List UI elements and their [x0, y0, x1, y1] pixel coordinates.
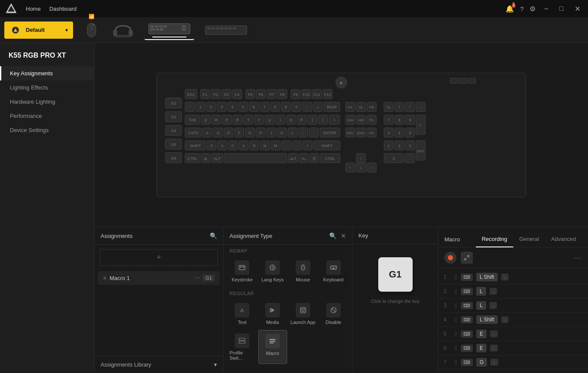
type-macro[interactable]: Macro	[258, 330, 287, 364]
nav-home[interactable]: Home	[26, 6, 41, 12]
row-direction-icon: ↓	[490, 302, 497, 309]
add-assignment-button[interactable]: +	[100, 249, 218, 266]
type-mouse[interactable]: Mouse	[289, 257, 318, 286]
row-drag-handle[interactable]: ⣿	[454, 289, 457, 294]
row-drag-handle[interactable]: ⣿	[454, 345, 457, 351]
row-drag-handle[interactable]: ⣿	[454, 331, 457, 337]
keystroke-label: Keystroke	[232, 277, 253, 282]
sidebar-item-lighting-effects[interactable]: Lighting Effects	[0, 80, 94, 95]
svg-rect-13	[163, 25, 167, 28]
row-key-label: G	[476, 358, 487, 367]
sidebar-item-hardware-lighting[interactable]: Hardware Lighting	[0, 95, 94, 109]
svg-rect-17	[182, 25, 186, 28]
type-keyboard[interactable]: Keyboard	[319, 257, 348, 286]
svg-text:TAB: TAB	[189, 118, 196, 122]
notification-bell[interactable]: 🔔 1	[505, 5, 514, 13]
device-keyboard-alt[interactable]	[201, 22, 251, 39]
help-icon[interactable]: ?	[520, 5, 524, 12]
svg-text:↑: ↑	[360, 156, 362, 160]
row-drag-handle[interactable]: ⣿	[454, 317, 457, 323]
type-disable[interactable]: Disable	[319, 299, 348, 328]
sidebar-item-device-settings[interactable]: Device Settings	[0, 123, 94, 137]
macro-row: 1 ⣿ ⌨ L Shift ↓	[438, 270, 588, 284]
svg-rect-259	[333, 267, 334, 268]
assignment-more-icon[interactable]: ⋯	[194, 274, 200, 281]
macro-tab-recording[interactable]: Recording	[476, 231, 513, 247]
svg-rect-10	[150, 25, 154, 28]
regular-type-grid: A Text Media Launch App	[224, 298, 352, 366]
remap-type-grid: Keystroke Lang Keys Mouse	[224, 255, 352, 287]
svg-line-270	[332, 308, 335, 312]
assignment-type-search-icon[interactable]: 🔍	[329, 232, 337, 239]
device-mouse[interactable]: 📶	[82, 18, 101, 42]
svg-text:F1: F1	[203, 92, 207, 96]
svg-text:G2: G2	[171, 101, 176, 105]
bottom-panels: Assignments 🔍 + ≡ Macro 1 ⋯ G1 Assignmen…	[95, 227, 588, 373]
type-launch-app[interactable]: Launch App	[289, 299, 318, 328]
settings-icon[interactable]: ⚙	[530, 5, 536, 13]
assignments-library[interactable]: Assignments Library ▾	[95, 356, 223, 373]
titlebar-left: Home Dashboard	[5, 3, 77, 15]
minimize-button[interactable]: –	[542, 4, 551, 13]
svg-rect-31	[459, 78, 467, 83]
svg-text:F8: F8	[280, 92, 285, 96]
nav-dashboard[interactable]: Dashboard	[49, 6, 77, 12]
media-type-icon	[265, 303, 280, 318]
svg-text:F3: F3	[224, 92, 229, 96]
sidebar-item-performance[interactable]: Performance	[0, 109, 94, 123]
keyboard-svg: ✦ G2 G3 G4 G5 G6	[157, 73, 526, 197]
svg-text:5: 5	[242, 105, 244, 109]
svg-text:3: 3	[409, 143, 411, 148]
record-button[interactable]	[444, 252, 456, 264]
row-drag-handle[interactable]: ⣿	[454, 360, 457, 365]
type-keystroke[interactable]: Keystroke	[228, 257, 257, 286]
maximize-button[interactable]: □	[557, 4, 566, 13]
keyboard-type-icon	[326, 260, 341, 275]
expand-button[interactable]	[461, 252, 473, 264]
assignment-type-close-icon[interactable]: ✕	[341, 232, 346, 239]
row-keyboard-icon: ⌨	[461, 302, 473, 309]
macro-more-options[interactable]: ⋯	[573, 253, 582, 262]
svg-rect-275	[270, 342, 274, 343]
svg-rect-8	[115, 35, 131, 37]
svg-marker-263	[271, 308, 275, 312]
row-drag-handle[interactable]: ⣿	[454, 303, 457, 308]
profile-selector[interactable]: Default ▾	[4, 22, 73, 39]
assignments-search-icon[interactable]: 🔍	[210, 232, 217, 239]
svg-text:7: 7	[263, 105, 266, 109]
device-keyboard-main[interactable]	[144, 20, 194, 40]
row-number: 6	[444, 345, 450, 351]
svg-rect-260	[335, 267, 336, 268]
close-button[interactable]: ✕	[572, 4, 583, 14]
type-text[interactable]: A Text	[228, 299, 257, 328]
svg-text:D: D	[227, 131, 230, 135]
svg-text:0: 0	[393, 156, 395, 160]
svg-text:.: .	[296, 143, 297, 148]
row-drag-handle[interactable]: ⣿	[454, 274, 457, 280]
type-media[interactable]: Media	[258, 299, 287, 328]
sidebar-item-key-assignments[interactable]: Key Assignments	[0, 66, 94, 80]
svg-text:]: ]	[322, 118, 323, 122]
type-profile-switch[interactable]: Profile Swit...	[228, 330, 257, 364]
macro-tab-general[interactable]: General	[513, 231, 545, 247]
assignment-item-macro1[interactable]: ≡ Macro 1 ⋯ G1	[98, 271, 220, 285]
svg-text:J: J	[270, 131, 272, 135]
assignment-type-header-icons: 🔍 ✕	[329, 232, 346, 239]
svg-rect-266	[301, 308, 303, 310]
key-cap[interactable]: G1	[378, 257, 413, 292]
device-headset[interactable]	[108, 21, 138, 40]
macro-tab-advanced[interactable]: Advanced	[545, 231, 582, 247]
assignments-library-label: Assignments Library	[101, 361, 151, 368]
lang-keys-label: Lang Keys	[261, 277, 284, 282]
mouse-type-icon	[296, 260, 310, 275]
media-label: Media	[266, 320, 279, 325]
keyboard-display: ✦ G2 G3 G4 G5 G6	[95, 43, 588, 227]
svg-text:G: G	[248, 131, 251, 135]
lang-keys-icon	[265, 260, 280, 275]
row-key-label: L	[476, 301, 486, 310]
sidebar-label-key-assignments: Key Assignments	[10, 70, 53, 77]
mouse-icon	[85, 20, 98, 40]
type-lang-keys[interactable]: Lang Keys	[258, 257, 287, 286]
svg-rect-271	[239, 338, 245, 340]
svg-text:PB: PB	[369, 105, 374, 109]
